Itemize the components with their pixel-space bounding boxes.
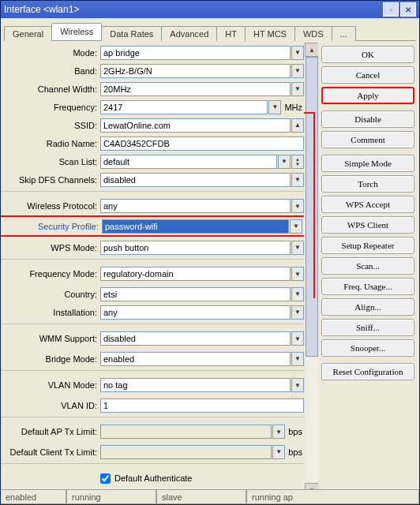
mode-dropdown-icon[interactable]: ▼ [291, 46, 304, 60]
row-wireless-protocol: Wireless Protocol: any ▼ [1, 191, 304, 216]
wps-client-button[interactable]: WPS Client [321, 216, 414, 234]
reset-config-button[interactable]: Reset Configuration [321, 363, 414, 380]
row-frequency: Frequency: 2417 ▼ MHz [1, 99, 304, 115]
scan-list-dropdown-icon[interactable]: ▼ [278, 155, 291, 169]
installation-field[interactable]: any [100, 305, 291, 320]
radio-name-field[interactable]: C4AD3452CFDB [100, 137, 304, 151]
row-wps-mode: WPS Mode: push button ▼ [1, 239, 304, 256]
row-default-client-tx: Default Client Tx Limit: ▼ bps [1, 443, 304, 460]
comment-button[interactable]: Comment [321, 131, 414, 148]
frequency-field[interactable]: 2417 [100, 100, 268, 114]
close-button[interactable]: ✕ [400, 2, 416, 17]
freq-usage-button[interactable]: Freq. Usage... [321, 278, 414, 295]
setup-repeater-button[interactable]: Setup Repeater [321, 237, 414, 254]
country-dropdown-icon[interactable]: ▼ [291, 287, 304, 301]
label-skip-dfs: Skip DFS Channels: [1, 175, 100, 185]
tab-more[interactable]: ... [332, 26, 356, 41]
tab-general[interactable]: General [4, 26, 52, 41]
tab-advanced[interactable]: Advanced [161, 26, 217, 41]
label-ssid: SSID: [1, 121, 100, 130]
snooper-button[interactable]: Snooper... [321, 339, 414, 357]
wps-mode-dropdown-icon[interactable]: ▼ [291, 241, 304, 255]
label-channel-width: Channel Width: [1, 84, 100, 94]
ssid-toggle-icon[interactable]: ▲ [291, 118, 304, 133]
label-frequency: Frequency: [1, 103, 100, 112]
tab-ht[interactable]: HT [216, 26, 246, 41]
simple-mode-button[interactable]: Simple Mode [321, 155, 414, 172]
interface-window: Interface <wlan1> ▫ ✕ General Wireless D… [0, 0, 420, 505]
row-frequency-mode: Frequency Mode: regulatory-domain ▼ [1, 259, 304, 284]
tab-wireless[interactable]: Wireless [51, 23, 102, 40]
row-skip-dfs: Skip DFS Channels: disabled ▼ [1, 171, 304, 188]
label-security-profile: Security Profile: [2, 222, 102, 231]
frequency-mode-dropdown-icon[interactable]: ▼ [291, 267, 304, 281]
wmm-dropdown-icon[interactable]: ▼ [291, 331, 304, 346]
vlan-id-field[interactable]: 1 [100, 398, 304, 413]
scan-button[interactable]: Scan... [321, 257, 414, 275]
security-profile-dropdown-icon[interactable]: ▼ [290, 219, 302, 234]
label-country: Country: [1, 290, 100, 299]
sidebar: OK Cancel Apply Disable Comment Simple M… [318, 41, 419, 499]
security-profile-field[interactable]: password-wifi [102, 219, 289, 234]
mode-field[interactable]: ap bridge [100, 46, 291, 60]
default-auth-checkbox[interactable] [100, 473, 111, 484]
scan-list-spin-icon[interactable]: ▲▼ [291, 155, 304, 169]
row-wmm: WMM Support: disabled ▼ [1, 324, 304, 349]
label-installation: Installation: [1, 308, 100, 317]
scan-list-field[interactable]: default [100, 155, 277, 169]
form-scrollbar[interactable]: ▲ ▼ [306, 43, 318, 497]
status-running: running [66, 490, 156, 504]
tab-data-rates[interactable]: Data Rates [101, 26, 162, 41]
bridge-mode-dropdown-icon[interactable]: ▼ [291, 352, 304, 366]
channel-width-dropdown-icon[interactable]: ▼ [291, 82, 304, 96]
scroll-thumb[interactable] [306, 57, 318, 357]
frequency-mode-field[interactable]: regulatory-domain [100, 267, 291, 281]
label-wireless-protocol: Wireless Protocol: [1, 201, 100, 211]
row-vlan-id: VLAN ID: 1 [1, 397, 304, 413]
ssid-field[interactable]: LewatOnline.com [100, 118, 291, 133]
scroll-up-icon[interactable]: ▲ [305, 43, 318, 57]
default-client-tx-toggle-icon[interactable]: ▼ [272, 445, 285, 459]
wireless-protocol-dropdown-icon[interactable]: ▼ [291, 199, 304, 213]
status-bar: enabled running slave running ap [1, 489, 419, 504]
vlan-mode-field[interactable]: no tag [100, 378, 291, 392]
label-default-client-tx: Default Client Tx Limit: [1, 447, 100, 457]
align-button[interactable]: Align... [321, 298, 414, 316]
sniff-button[interactable]: Sniff... [321, 319, 414, 336]
apply-button[interactable]: Apply [321, 87, 414, 104]
default-client-tx-field[interactable] [100, 445, 272, 459]
row-country: Country: etsi ▼ [1, 286, 304, 302]
default-ap-tx-unit: bps [288, 427, 302, 436]
band-field[interactable]: 2GHz-B/G/N [100, 64, 291, 78]
vlan-mode-dropdown-icon[interactable]: ▼ [291, 378, 304, 392]
wireless-protocol-field[interactable]: any [100, 199, 291, 213]
label-radio-name: Radio Name: [1, 139, 100, 148]
skip-dfs-field[interactable]: disabled [100, 173, 291, 187]
torch-button[interactable]: Torch [321, 175, 414, 193]
scroll-track[interactable] [306, 57, 318, 483]
wps-mode-field[interactable]: push button [100, 241, 291, 255]
disable-button[interactable]: Disable [321, 110, 414, 128]
minimize-button[interactable]: ▫ [383, 2, 399, 17]
bridge-mode-field[interactable]: enabled [100, 352, 291, 366]
country-field[interactable]: etsi [100, 287, 291, 301]
ok-button[interactable]: OK [321, 46, 414, 63]
wps-accept-button[interactable]: WPS Accept [321, 196, 414, 213]
label-band: Band: [1, 66, 100, 76]
default-ap-tx-toggle-icon[interactable]: ▼ [272, 425, 285, 439]
default-ap-tx-field[interactable] [100, 425, 272, 439]
cancel-button[interactable]: Cancel [321, 66, 414, 84]
tab-bar: General Wireless Data Rates Advanced HT … [4, 23, 416, 41]
status-running-ap: running ap [246, 490, 419, 504]
channel-width-field[interactable]: 20MHz [100, 82, 291, 96]
row-vlan-mode: VLAN Mode: no tag ▼ [1, 370, 304, 395]
frequency-dropdown-icon[interactable]: ▼ [268, 100, 281, 114]
band-dropdown-icon[interactable]: ▼ [291, 64, 304, 78]
skip-dfs-dropdown-icon[interactable]: ▼ [291, 173, 304, 187]
wmm-field[interactable]: disabled [100, 331, 291, 346]
row-bridge-mode: Bridge Mode: enabled ▼ [1, 350, 304, 367]
tab-wds[interactable]: WDS [294, 26, 332, 41]
installation-dropdown-icon[interactable]: ▼ [291, 305, 304, 320]
label-frequency-mode: Frequency Mode: [1, 269, 100, 279]
tab-ht-mcs[interactable]: HT MCS [245, 26, 295, 41]
